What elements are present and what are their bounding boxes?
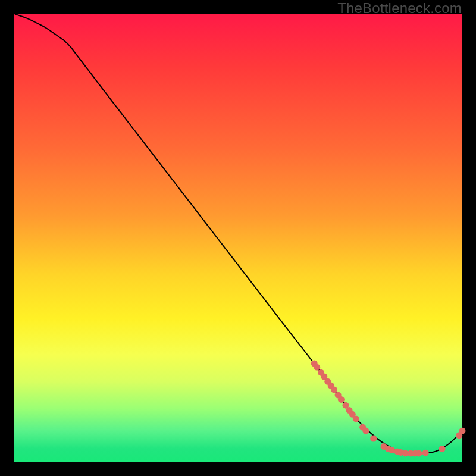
data-point: [338, 396, 345, 403]
data-points: [311, 361, 466, 457]
data-point: [439, 446, 446, 452]
data-point: [331, 386, 337, 393]
watermark-text: TheBottleneck.com: [337, 0, 462, 17]
bottleneck-curve: [15, 14, 461, 453]
data-point: [415, 450, 422, 456]
data-point: [362, 428, 369, 434]
data-point: [370, 436, 377, 442]
data-point: [459, 428, 466, 434]
data-point: [314, 364, 320, 371]
data-point: [422, 450, 429, 456]
chart-svg: [14, 14, 462, 462]
data-point: [353, 415, 359, 422]
chart-frame: [14, 14, 462, 462]
